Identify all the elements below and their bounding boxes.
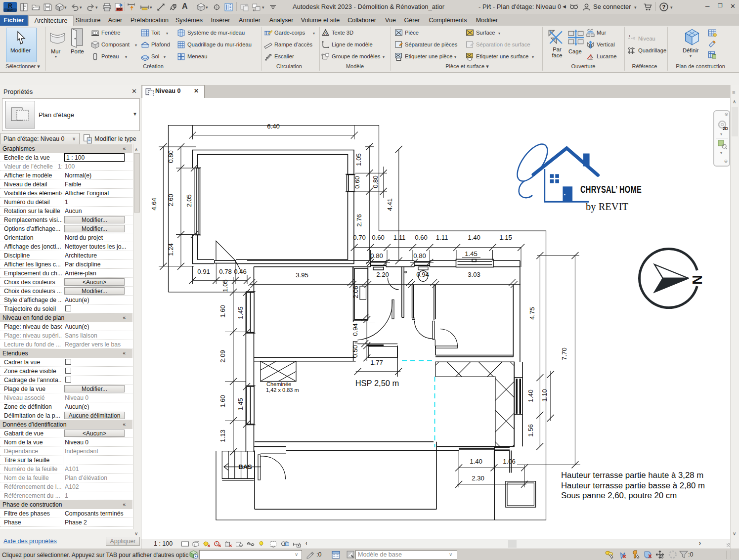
svg-text:0.60: 0.60 [415,234,428,241]
svg-text:1.11: 1.11 [436,234,448,241]
svg-text:1.77: 1.77 [370,359,383,366]
svg-text:1: 1 [629,35,630,38]
svg-text:3.03: 3.03 [468,271,480,278]
svg-text:0.80: 0.80 [413,252,426,259]
svg-text:1.56: 1.56 [527,424,534,437]
svg-text:by REVIT: by REVIT [586,201,628,213]
svg-text:R: R [8,2,12,9]
svg-text:PDF: PDF [117,8,122,11]
svg-text:2.06: 2.06 [352,286,359,299]
svg-text:1,42 x 0.83 m: 1,42 x 0.83 m [266,387,299,393]
svg-text:0.80: 0.80 [167,150,174,163]
svg-text:0.80: 0.80 [372,175,379,188]
svg-text:1.40: 1.40 [470,458,482,465]
svg-text:4.64: 4.64 [150,198,158,211]
svg-text:0.78: 0.78 [219,268,232,275]
svg-text:6.40: 6.40 [267,123,280,130]
svg-text:2.76: 2.76 [355,214,363,227]
svg-text:Sous panne 2,60, poutre 20 cm: Sous panne 2,60, poutre 20 cm [561,491,677,500]
svg-text:1.15: 1.15 [499,234,512,241]
svg-text:1.45: 1.45 [237,306,244,319]
svg-text:A: A [324,31,327,36]
svg-text:Hauteur terrasse partie basse: Hauteur terrasse partie basse à 2,80 m [561,481,705,490]
svg-text:1.60: 1.60 [219,305,226,318]
svg-text:4.75: 4.75 [528,307,536,320]
svg-text:HSP 2,50 m: HSP 2,50 m [355,379,399,388]
svg-text:BAS: BAS [238,463,252,471]
svg-text:1.05: 1.05 [355,153,362,166]
svg-text:RVT: RVT [7,9,13,12]
svg-text:1: 1 [174,5,175,8]
svg-text:1.60: 1.60 [219,395,226,408]
svg-text:2.05: 2.05 [185,194,193,207]
svg-text:0.46: 0.46 [234,268,247,275]
svg-text:N: N [690,275,704,285]
svg-text:0.91: 0.91 [197,268,210,275]
svg-text:1.06: 1.06 [503,458,516,465]
svg-text:1.24: 1.24 [167,243,174,256]
svg-text:2D: 2D [723,126,728,131]
svg-text:Hauteur terrasse partie haute: Hauteur terrasse partie haute à 3,28 m [561,471,703,480]
svg-text:?: ? [662,4,666,10]
svg-text:2.60: 2.60 [167,194,174,207]
svg-text:0.94: 0.94 [416,271,429,278]
svg-text:2.09: 2.09 [219,350,226,363]
svg-text:1.10: 1.10 [541,389,548,402]
svg-text:1.40: 1.40 [468,234,480,241]
svg-text:4.41: 4.41 [386,198,393,211]
svg-text:0.94: 0.94 [351,323,359,336]
svg-text:Cheminée: Cheminée [266,381,291,387]
svg-text:2.30: 2.30 [472,474,484,482]
svg-text:CHRYSAL’ HOME: CHRYSAL’ HOME [580,184,642,195]
svg-text:1.45: 1.45 [465,250,478,258]
svg-text:1.45: 1.45 [237,398,244,411]
svg-text:7.70: 7.70 [561,347,568,360]
svg-text:1.13: 1.13 [219,430,226,442]
svg-text:1.40: 1.40 [527,389,534,402]
svg-text:0.70: 0.70 [353,234,366,241]
svg-text:2.20: 2.20 [376,271,389,278]
svg-text:3.95: 3.95 [296,271,308,279]
svg-text:0.60: 0.60 [353,176,361,189]
svg-text:0.80: 0.80 [370,252,383,259]
svg-text:0.50: 0.50 [351,345,359,358]
svg-text:0.60: 0.60 [372,234,385,241]
svg-text:1.05: 1.05 [221,279,229,292]
svg-text:1.11: 1.11 [393,234,406,241]
